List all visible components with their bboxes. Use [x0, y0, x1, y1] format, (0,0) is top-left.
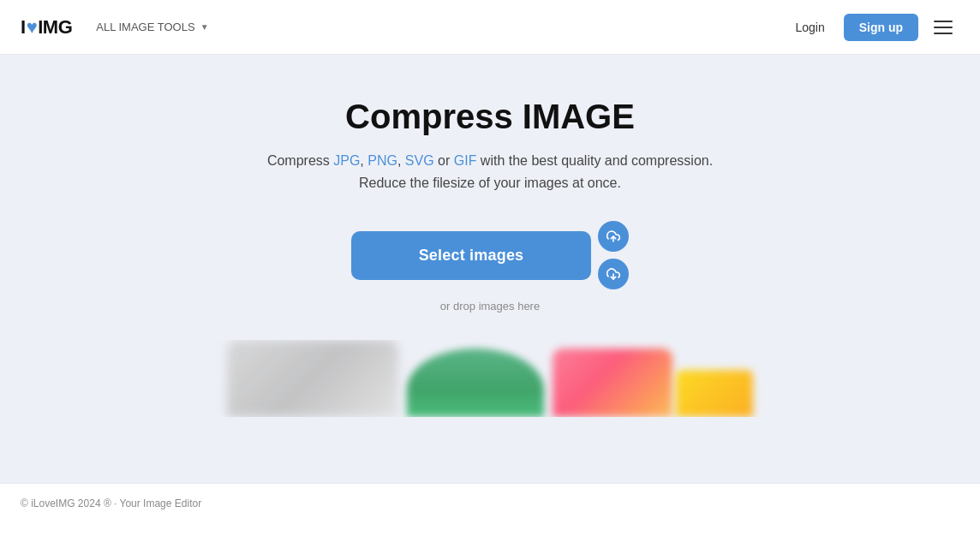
preview-image-3b: [676, 370, 753, 417]
footer: © iLoveIMG 2024 ® · Your Image Editor: [0, 483, 980, 523]
logo-i: I: [21, 16, 26, 39]
footer-text: © iLoveIMG 2024 ® · Your Image Editor: [21, 497, 201, 509]
preview-blob-1: [227, 340, 398, 417]
preview-blob-2: [398, 348, 553, 417]
navbar: I♥IMG ALL IMAGE TOOLS ▼ Login Sign up: [0, 0, 980, 55]
preview-image-3a: [553, 348, 672, 417]
all-tools-button[interactable]: ALL IMAGE TOOLS ▼: [89, 15, 215, 39]
upload-icon-group: [598, 221, 629, 289]
main-content: Compress IMAGE Compress JPG, PNG, SVG or…: [0, 55, 980, 483]
png-link[interactable]: PNG: [368, 153, 397, 168]
jpg-link[interactable]: JPG: [333, 153, 360, 168]
page-title: Compress IMAGE: [345, 98, 635, 136]
subtitle-end: with the best quality and compression.: [481, 153, 713, 168]
subtitle-or: or: [438, 153, 454, 168]
select-area: Select images: [351, 221, 629, 289]
login-button[interactable]: Login: [785, 15, 834, 39]
navbar-left: I♥IMG ALL IMAGE TOOLS ▼: [21, 15, 216, 39]
hamburger-line: [934, 21, 953, 22]
navbar-right: Login Sign up: [785, 14, 959, 41]
cloud-upload-icon: [607, 229, 620, 243]
page-subtitle: Compress JPG, PNG, SVG or GIF with the b…: [267, 150, 713, 194]
svg-link[interactable]: SVG: [405, 153, 434, 168]
preview-row: [199, 340, 781, 417]
all-tools-label: ALL IMAGE TOOLS: [96, 21, 194, 33]
hamburger-line: [934, 27, 953, 28]
subtitle-text: Compress: [267, 153, 330, 168]
logo[interactable]: I♥IMG: [21, 16, 72, 39]
hamburger-menu-button[interactable]: [927, 14, 959, 41]
drop-text: or drop images here: [440, 300, 540, 313]
gif-link[interactable]: GIF: [454, 153, 477, 168]
upload-from-device-button[interactable]: [598, 259, 629, 289]
logo-img-text: IMG: [38, 16, 72, 39]
preview-image-1: [227, 340, 398, 417]
select-images-button[interactable]: Select images: [351, 231, 591, 280]
chevron-down-icon: ▼: [200, 22, 209, 32]
download-icon: [607, 267, 620, 281]
upload-from-cloud-button[interactable]: [598, 221, 629, 252]
hamburger-line: [934, 33, 953, 34]
preview-blob-3: [553, 348, 753, 417]
subtitle-line2: Reduce the filesize of your images at on…: [359, 176, 621, 190]
signup-button[interactable]: Sign up: [844, 14, 918, 41]
logo-heart-icon: ♥: [27, 16, 38, 39]
preview-image-2: [407, 348, 544, 417]
